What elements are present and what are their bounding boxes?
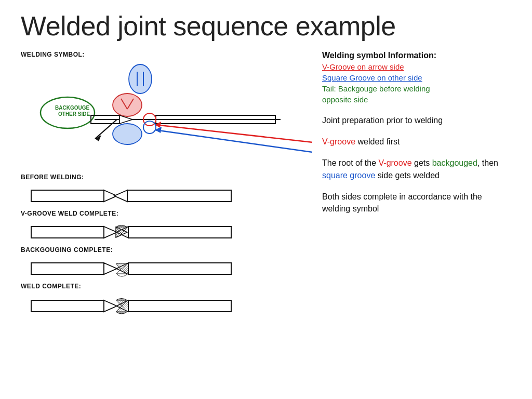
svg-rect-46 [128,300,231,312]
tail-info-1: Tail: Backgouge before welding [322,83,511,94]
welding-symbol-svg: BACKGOUGE OTHER SIDE [21,63,312,165]
info-title: Welding symbol Information: [322,51,511,60]
svg-rect-26 [31,227,104,238]
welding-info-block: Welding symbol Information: V-Groove on … [322,51,511,105]
svg-rect-22 [31,190,104,202]
backgouging-label: BACKGOUGING COMPLETE: [21,246,312,254]
v-groove-weld-svg [21,222,244,242]
svg-point-21 [143,121,156,134]
v-groove-label: V-GROOVE WELD COMPLETE: [21,210,312,217]
svg-text:BACKGOUGE: BACKGOUGE [55,105,89,111]
v-groove-first-text: V-groove welded first [322,136,511,148]
tail-info-2: opposite side [322,94,511,105]
page: Welded joint sequence example WELDING SY… [0,0,532,399]
square-groove-other-side: Square Groove on other side [322,72,511,83]
page-title: Welded joint sequence example [21,10,511,42]
joint-prep-text: Joint preparation prior to welding [322,114,511,126]
svg-rect-41 [31,300,104,312]
right-column: Welding symbol Information: V-Groove on … [322,51,511,389]
svg-point-9 [113,124,142,144]
weld-complete-label: WELD COMPLETE: [21,283,312,290]
v-groove-first-block: V-groove welded first [322,136,511,148]
root-text: The root of the [322,158,379,167]
backgouging-svg [21,259,244,278]
backgouged-green: backgouged [432,158,477,167]
svg-point-6 [113,94,142,116]
backgouged-block: The root of the V-groove gets backgouged… [322,157,511,181]
welding-symbol-label: WELDING SYMBOL: [21,51,312,58]
side-welded-text: side gets welded [375,171,440,180]
svg-rect-25 [127,190,231,202]
welded-first-text: welded first [355,137,400,146]
weld-complete-svg [21,295,244,317]
left-column: WELDING SYMBOL: BACKGOUGE OTHER SIDE [21,51,312,389]
v-groove-red: V-groove [379,158,412,167]
svg-text:OTHER SIDE: OTHER SIDE [58,111,90,117]
v-groove-colored: V-groove [322,137,355,146]
svg-rect-39 [128,263,231,274]
svg-rect-31 [128,227,231,238]
welding-symbol-diagram: BACKGOUGE OTHER SIDE [21,63,312,167]
square-groove-blue: square groove [322,171,375,180]
content-area: WELDING SYMBOL: BACKGOUGE OTHER SIDE [21,51,511,389]
both-sides-block: Both sides complete in accordance with t… [322,191,511,215]
svg-point-10 [129,64,152,94]
both-sides-text: Both sides complete in accordance with t… [322,191,511,215]
svg-marker-27 [104,227,117,238]
then-text: , then [477,158,498,167]
svg-marker-42 [104,300,117,312]
joint-prep-block: Joint preparation prior to welding [322,114,511,126]
svg-marker-24 [114,190,127,202]
backgouged-text: The root of the V-groove gets backgouged… [322,157,511,181]
gets-text: gets [412,158,432,167]
svg-rect-34 [31,263,104,274]
svg-marker-35 [104,263,117,274]
v-groove-arrow-side: V-Groove on arrow side [322,61,511,72]
before-welding-svg [21,186,244,206]
before-welding-label: BEFORE WELDING: [21,174,312,181]
